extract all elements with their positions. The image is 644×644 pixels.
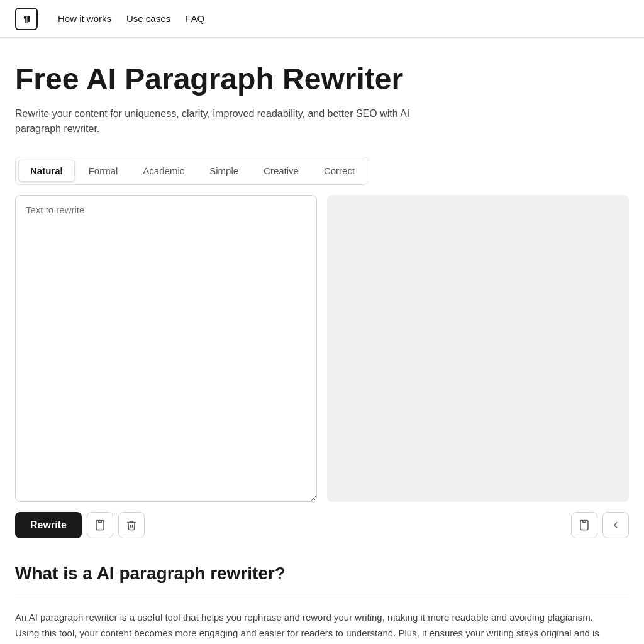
use-as-input-button[interactable] [602,512,629,538]
logo[interactable]: ¶I [15,8,38,30]
page-subtitle: Rewrite your content for uniqueness, cla… [15,106,443,136]
tab-natural[interactable]: Natural [18,160,75,182]
tab-creative[interactable]: Creative [252,160,310,182]
section-divider [15,594,629,594]
tab-simple[interactable]: Simple [198,160,250,182]
text-input[interactable] [15,195,317,502]
editor-container [15,195,629,502]
navbar: ¶I How it works Use cases FAQ [0,0,644,38]
input-panel [15,195,317,502]
rewrite-button[interactable]: Rewrite [15,512,82,538]
arrow-left-icon [610,519,621,531]
paste-button[interactable] [87,512,113,538]
section-body: An AI paragraph rewriter is a useful too… [15,609,619,644]
nav-item-use-cases[interactable]: Use cases [126,13,170,25]
svg-rect-1 [583,520,586,522]
nav-item-faq[interactable]: FAQ [186,13,204,25]
tab-formal[interactable]: Formal [77,160,130,182]
copy-icon [579,519,590,531]
nav-item-how-it-works[interactable]: How it works [58,13,111,25]
tab-correct[interactable]: Correct [313,160,366,182]
nav-links: How it works Use cases FAQ [58,13,204,25]
mode-tabs: Natural Formal Academic Simple Creative … [15,157,369,185]
tab-academic[interactable]: Academic [131,160,196,182]
svg-rect-0 [99,520,102,522]
output-panel [327,195,629,502]
section-title: What is a AI paragraph rewriter? [15,564,629,584]
input-actions: Rewrite [15,512,145,538]
paste-icon [94,519,106,531]
output-actions [571,512,629,538]
page-title: Free AI Paragraph Rewriter [15,63,629,96]
action-bar: Rewrite [15,512,629,538]
copy-output-button[interactable] [571,512,597,538]
clear-button[interactable] [118,512,145,538]
trash-icon [126,519,137,531]
